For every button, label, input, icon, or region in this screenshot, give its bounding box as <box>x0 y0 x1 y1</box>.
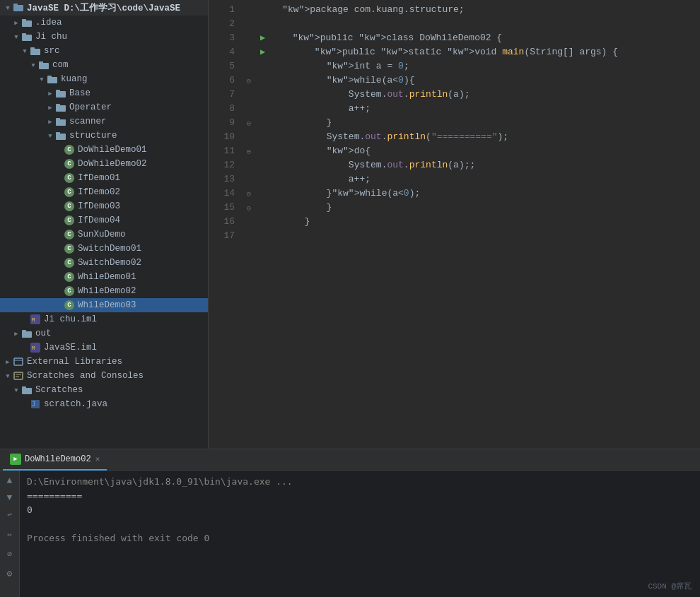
tree-item-structure[interactable]: structure <box>0 129 208 143</box>
tree-label-kuang: kuang <box>61 74 88 84</box>
console-tab-close[interactable]: ✕ <box>95 454 100 463</box>
tree-arrow-kuang[interactable] <box>37 74 47 84</box>
tree-item-javase-iml[interactable]: MJavaSE.iml <box>0 341 208 355</box>
tree-arrow-scanner[interactable] <box>45 117 55 126</box>
tree-arrow-javase-root[interactable] <box>3 3 13 13</box>
settings-button[interactable]: ⚙ <box>3 567 17 581</box>
tree-arrow-src[interactable] <box>20 46 30 56</box>
svg-rect-16 <box>56 119 66 126</box>
scroll-down-button[interactable]: ▼ <box>3 490 17 504</box>
tree-label-ji-chu: Ji chu <box>35 32 67 42</box>
tree-item-SwitchDemo02[interactable]: CSwitchDemo02 <box>0 256 208 270</box>
tree-item-scanner[interactable]: scanner <box>0 114 208 129</box>
tree-item-ji-chu[interactable]: Ji chu <box>0 30 208 44</box>
tree-label-DoWhileDemo02: DoWhileDemo02 <box>78 159 147 169</box>
code-line-8: a++; <box>260 102 700 116</box>
tree-arrow-operater[interactable] <box>45 102 55 112</box>
tree-item-scratches[interactable]: Scratches <box>0 383 208 397</box>
tree-icon-java-class: C <box>64 257 75 268</box>
tree-label-com: com <box>52 60 69 70</box>
tree-arrow-structure[interactable] <box>45 131 55 141</box>
code-lines: "kw">package com.kuang.structure;▶ "kw">… <box>257 3 700 449</box>
tree-item-com[interactable]: com <box>0 58 208 72</box>
tree-item-SunXuDemo[interactable]: CSunXuDemo <box>0 227 208 242</box>
tree-item-ext-lib[interactable]: External Libraries <box>0 355 208 369</box>
tree-item-javase-root[interactable]: JavaSE D:\工作学习\code\JavaSE <box>0 0 208 16</box>
tree-arrow-ext-lib[interactable] <box>3 357 13 367</box>
fold-button-11[interactable]: ⊖ <box>242 146 256 157</box>
tree-label-idea: .idea <box>35 18 62 28</box>
console-tab-label: DoWhileDemo02 <box>25 454 91 464</box>
tree-arrow-com[interactable] <box>28 60 38 70</box>
tree-arrow-scratches-consoles[interactable] <box>3 371 13 381</box>
tree-label-DoWhileDemo01: DoWhileDemo01 <box>78 145 147 155</box>
svg-rect-17 <box>56 118 60 120</box>
tree-icon-java-class: C <box>64 172 75 184</box>
fold-button-6[interactable]: ⊖ <box>242 75 256 86</box>
tree-item-scratch-java[interactable]: Jscratch.java <box>0 397 208 411</box>
code-line-14: }"kw">while(a<0); <box>260 187 700 201</box>
tree-item-operater[interactable]: Operater <box>0 100 208 114</box>
tree-icon-iml: M <box>30 342 41 353</box>
tree-item-IfDemo04[interactable]: CIfDemo04 <box>0 213 208 227</box>
tree-label-SwitchDemo02: SwitchDemo02 <box>78 258 141 268</box>
clear-button[interactable]: ⊘ <box>3 547 17 561</box>
tree-arrow-scratches[interactable] <box>11 385 21 395</box>
tree-item-base[interactable]: Base <box>0 86 208 100</box>
tree-icon-project <box>13 2 24 13</box>
tree-arrow-base[interactable] <box>45 88 55 98</box>
line-number-4: 4 <box>209 45 235 59</box>
editor-area: 1234567891011121314151617 ⊖⊖⊖⊖⊖ "kw">pac… <box>209 0 700 449</box>
console-tab-icon: ▶ <box>10 454 21 465</box>
fold-button-14[interactable]: ⊖ <box>242 188 256 199</box>
play-button-3[interactable]: ▶ <box>260 33 270 43</box>
tree-icon-folder-src <box>30 45 41 57</box>
tree-item-IfDemo01[interactable]: CIfDemo01 <box>0 171 208 185</box>
tree-item-scratches-consoles[interactable]: Scratches and Consoles <box>0 369 208 383</box>
tree-item-WhileDemo01[interactable]: CWhileDemo01 <box>0 270 208 284</box>
console-line-4: Process finished with exit code 0 <box>27 531 693 545</box>
tree-icon-folder <box>47 73 58 85</box>
watermark: CSDN @席瓦 <box>648 581 692 591</box>
line-numbers: 1234567891011121314151617 <box>209 3 240 449</box>
soft-wrap-button[interactable]: ⇔ <box>3 527 17 541</box>
tree-icon-java-class: C <box>64 144 75 155</box>
tree-icon-java-class: C <box>64 158 75 170</box>
svg-rect-26 <box>14 358 23 365</box>
tree-icon-folder <box>21 17 33 28</box>
tree-arrow-idea[interactable] <box>11 18 21 28</box>
fold-button-15[interactable]: ⊖ <box>242 202 256 213</box>
tree-arrow-ji-chu[interactable] <box>11 32 21 42</box>
line-number-15: 15 <box>209 201 235 215</box>
play-button-4[interactable]: ▶ <box>260 47 270 57</box>
line-number-10: 10 <box>209 130 235 144</box>
main-area: JavaSE D:\工作学习\code\JavaSE.ideaJi chusrc… <box>0 0 700 449</box>
tree-arrow-out[interactable] <box>11 329 21 338</box>
line-number-16: 16 <box>209 215 235 229</box>
fold-button-9[interactable]: ⊖ <box>242 117 256 129</box>
tree-item-DoWhileDemo02[interactable]: CDoWhileDemo02 <box>0 157 208 171</box>
tree-item-ji-chu-iml[interactable]: MJi chu.iml <box>0 312 208 326</box>
wrap-button[interactable]: ↩ <box>3 507 17 521</box>
tree-item-IfDemo03[interactable]: CIfDemo03 <box>0 199 208 213</box>
line-number-13: 13 <box>209 172 235 187</box>
tree-item-src[interactable]: src <box>0 44 208 58</box>
tree-item-idea[interactable]: .idea <box>0 16 208 30</box>
tree-label-base: Base <box>69 88 91 98</box>
tree-icon-ext-lib <box>13 356 24 367</box>
tree-item-SwitchDemo01[interactable]: CSwitchDemo01 <box>0 242 208 256</box>
svg-rect-3 <box>22 19 26 21</box>
line-number-17: 17 <box>209 229 235 243</box>
tree-item-out[interactable]: out <box>0 326 208 341</box>
tree-label-IfDemo04: IfDemo04 <box>78 215 120 225</box>
tree-item-IfDemo02[interactable]: CIfDemo02 <box>0 185 208 199</box>
tree-item-DoWhileDemo01[interactable]: CDoWhileDemo01 <box>0 143 208 157</box>
scroll-up-button[interactable]: ▲ <box>3 473 17 487</box>
tree-item-WhileDemo02[interactable]: CWhileDemo02 <box>0 284 208 298</box>
tree-item-WhileDemo03[interactable]: CWhileDemo03 <box>0 298 208 312</box>
code-line-15: } <box>260 201 700 215</box>
console-tab[interactable]: ▶ DoWhileDemo02 ✕ <box>3 449 107 471</box>
tree-item-kuang[interactable]: kuang <box>0 72 208 86</box>
tree-label-scanner: scanner <box>69 117 107 126</box>
gutter: ⊖⊖⊖⊖⊖ <box>240 3 257 449</box>
